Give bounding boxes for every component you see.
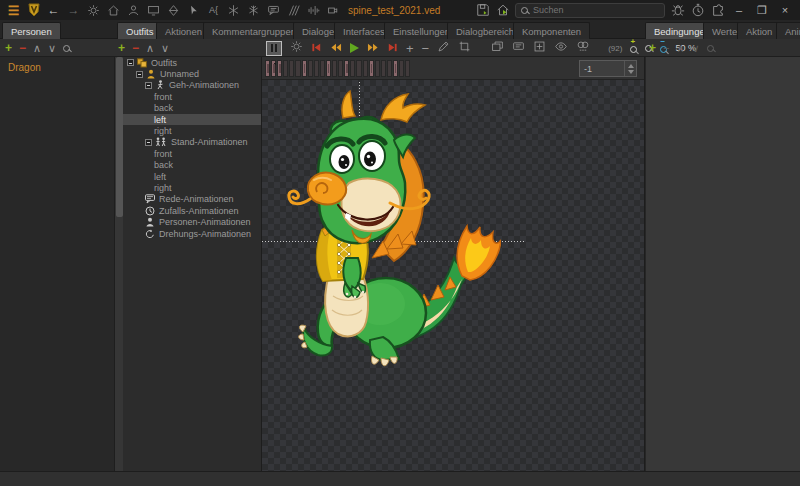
settings-icon[interactable] (86, 3, 101, 18)
character-list-item[interactable]: Dragon (0, 60, 114, 74)
timeline-frame-cell[interactable] (295, 60, 300, 77)
actions-icon[interactable] (226, 3, 241, 18)
add-outfit-button[interactable]: + (118, 42, 125, 54)
tree-item[interactable]: right (123, 182, 261, 193)
animation-settings-icon[interactable] (290, 39, 303, 57)
timeline-frame-cell[interactable] (289, 60, 294, 77)
visibility-icon[interactable] (554, 39, 568, 57)
tree-item[interactable]: Rede-Animationen (123, 194, 261, 205)
conditions-panel[interactable] (646, 57, 800, 471)
tree-item[interactable]: front (123, 148, 261, 159)
forward-button[interactable]: → (66, 3, 81, 18)
spinner-down-icon[interactable] (628, 70, 634, 74)
outfit-down-button[interactable]: ∨ (161, 43, 169, 54)
maximize-button[interactable]: ❐ (753, 4, 771, 17)
timeline-frame-cell[interactable] (393, 60, 398, 77)
add-character-button[interactable]: + (5, 42, 12, 54)
export-button[interactable] (495, 3, 510, 18)
debug-icon[interactable] (670, 3, 685, 18)
characters-icon[interactable] (126, 3, 141, 18)
tab-personen[interactable]: Personen (2, 22, 61, 39)
minimize-button[interactable]: – (730, 4, 748, 16)
tree-item[interactable]: left (123, 114, 261, 125)
tree-expander-icon[interactable] (145, 139, 152, 146)
remove-condition-button[interactable]: − (663, 43, 669, 54)
move-up-button[interactable]: ∧ (33, 43, 41, 54)
add-condition-button[interactable]: + (649, 42, 656, 54)
timeline-frame-cell[interactable] (405, 60, 410, 77)
timeline-frame-cell[interactable] (375, 60, 380, 77)
tree-item[interactable]: right (123, 125, 261, 136)
crop-frame-icon[interactable] (458, 39, 471, 57)
main-menu-button[interactable]: ☰ (6, 3, 21, 18)
center-frame-icon[interactable] (533, 39, 546, 57)
timer-icon[interactable] (690, 3, 705, 18)
timeline-frame-cell[interactable] (326, 60, 331, 77)
remove-character-button[interactable]: − (19, 42, 26, 54)
items-icon[interactable] (166, 3, 181, 18)
tree-item[interactable]: Zufalls-Animationen (123, 205, 261, 216)
cursors-icon[interactable] (186, 3, 201, 18)
outfit-up-button[interactable]: ∧ (146, 43, 154, 54)
tree-item[interactable]: Drehungs-Animationen (123, 228, 261, 239)
timeline-frame-cell[interactable] (363, 60, 368, 77)
tab-dialogbereich[interactable]: Dialogbereich (447, 22, 523, 39)
filter-conditions-icon[interactable] (707, 45, 714, 52)
tree-expander-icon[interactable] (136, 71, 143, 78)
tree-expander-icon[interactable] (127, 59, 134, 66)
frame-index-spinner[interactable]: -1 (579, 60, 637, 77)
edit-frame-icon[interactable] (437, 39, 450, 57)
frame-comment-icon[interactable] (512, 39, 525, 57)
tree-item[interactable]: Stand-Animationen (123, 137, 261, 148)
transparency-icon[interactable] (576, 39, 590, 57)
timeline-frame-cell[interactable] (314, 60, 319, 77)
tab-kommentargruppen[interactable]: Kommentargruppen (203, 22, 305, 39)
interfaces-icon[interactable] (146, 3, 161, 18)
timeline-frame-cell[interactable] (356, 60, 361, 77)
duplicate-frame-icon[interactable] (491, 39, 504, 57)
remove-frame-button[interactable]: − (422, 42, 430, 55)
timeline-frame-cell[interactable] (283, 60, 288, 77)
search-input[interactable] (533, 5, 643, 15)
first-frame-button[interactable] (311, 39, 322, 57)
characters-scrollbar[interactable] (114, 57, 123, 471)
condition-up-button[interactable]: ∧ (676, 43, 684, 54)
frame-view-button[interactable] (266, 41, 282, 56)
tree-item[interactable]: Personen-Animationen (123, 216, 261, 227)
tree-item[interactable]: Geh-Animationen (123, 80, 261, 91)
timeline-frame-cell[interactable] (369, 60, 374, 77)
timeline-frame-cell[interactable] (302, 60, 307, 77)
tree-item[interactable]: Unnamed (123, 68, 261, 79)
sounds-icon[interactable] (306, 3, 321, 18)
tree-item[interactable]: back (123, 160, 261, 171)
add-frame-button[interactable]: + (406, 42, 414, 55)
rewind-button[interactable] (330, 39, 342, 57)
zoom-in-icon[interactable]: + (630, 39, 637, 57)
timeline-frame-cell[interactable] (344, 60, 349, 77)
move-down-button[interactable]: ∨ (48, 43, 56, 54)
timeline-frame-cell[interactable] (320, 60, 325, 77)
timeline-frame-cell[interactable] (399, 60, 404, 77)
timeline-frame-cell[interactable] (265, 60, 270, 77)
effects-icon[interactable] (246, 3, 261, 18)
tree-item[interactable]: left (123, 171, 261, 182)
tree-item[interactable]: Outfits (123, 57, 261, 68)
timeline-frame-cell[interactable] (271, 60, 276, 77)
frame-timeline[interactable]: -1 (262, 57, 644, 80)
play-button[interactable] (350, 43, 359, 53)
timeline-frame-cell[interactable] (277, 60, 282, 77)
plugins-manager-icon[interactable] (710, 3, 725, 18)
forward-button-anim[interactable] (367, 39, 379, 57)
timeline-frame-cell[interactable] (381, 60, 386, 77)
timeline-frame-cell[interactable] (332, 60, 337, 77)
timeline-frame-cell[interactable] (338, 60, 343, 77)
spinner-up-icon[interactable] (628, 64, 634, 68)
last-frame-button[interactable] (387, 39, 398, 57)
back-button[interactable]: ← (46, 3, 61, 18)
filter-characters-icon[interactable] (63, 45, 70, 52)
dragon-sprite[interactable] (286, 88, 501, 393)
plugins-icon[interactable] (326, 3, 341, 18)
scenes-icon[interactable] (106, 3, 121, 18)
tab-komponenten[interactable]: Komponenten (513, 22, 590, 39)
tab-animationsbibliothek[interactable]: Animationsbibliothek (776, 22, 800, 39)
